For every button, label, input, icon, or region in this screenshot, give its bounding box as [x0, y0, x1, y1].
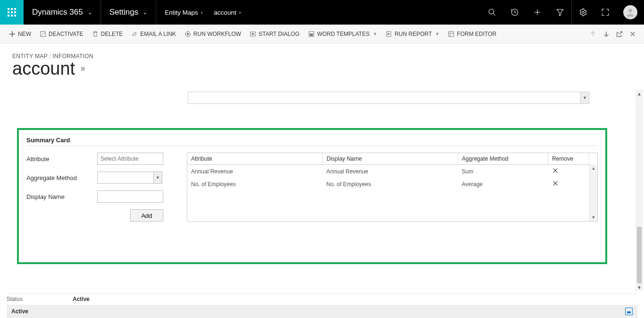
- scroll-down-icon[interactable]: ▼: [590, 214, 597, 221]
- svg-rect-0: [8, 8, 9, 10]
- cmd-run-workflow[interactable]: RUN WORKFLOW: [180, 25, 245, 43]
- close-icon[interactable]: [552, 180, 559, 187]
- svg-line-18: [42, 32, 45, 35]
- scroll-up-icon[interactable]: ▲: [636, 90, 643, 97]
- cmd-word-templates[interactable]: W WORD TEMPLATES ▼: [304, 25, 382, 43]
- svg-marker-14: [557, 9, 563, 16]
- table-row[interactable]: No. of EmployeesNo. of EmployeesAverage: [187, 178, 597, 190]
- svg-rect-31: [449, 31, 454, 36]
- cmd-label: NEW: [18, 31, 31, 37]
- chevron-right-icon: ›: [239, 9, 241, 15]
- advanced-find-button[interactable]: [549, 0, 571, 25]
- svg-rect-7: [11, 15, 13, 17]
- col-remove[interactable]: Remove: [548, 153, 589, 165]
- svg-marker-26: [252, 33, 254, 35]
- lookup-field[interactable]: ▼: [188, 92, 589, 104]
- record-nav-up[interactable]: [586, 27, 600, 41]
- global-nav: Dynamics 365 ⌄ Settings ⌄ Entity Maps › …: [0, 0, 644, 25]
- search-icon: [488, 8, 496, 17]
- title-text: account: [12, 59, 75, 79]
- brand-label: Dynamics 365: [32, 8, 83, 17]
- history-icon: [510, 8, 519, 17]
- form-body: ▼ Summary Card Attribute Aggregate Metho…: [0, 80, 644, 293]
- trash-icon: [92, 31, 99, 37]
- cmd-start-dialog[interactable]: START DIALOG: [245, 25, 304, 43]
- profile-button[interactable]: [623, 5, 637, 19]
- record-title: account ≡: [12, 59, 632, 79]
- nav-area[interactable]: Settings ⌄: [101, 0, 156, 25]
- cmd-label: FORM EDITOR: [457, 31, 496, 37]
- footer-bar: Active: [7, 305, 637, 318]
- cell-displayname: No. of Employees: [323, 178, 458, 190]
- svg-text:W: W: [309, 32, 313, 36]
- deactivate-icon: [40, 31, 46, 37]
- app-launcher-button[interactable]: [0, 0, 24, 25]
- cmd-run-report[interactable]: RUN REPORT ▼: [381, 25, 443, 43]
- close-icon[interactable]: [552, 167, 559, 174]
- dialog-icon: [250, 31, 256, 37]
- cell-aggregate: Average: [458, 178, 548, 190]
- nav-brand[interactable]: Dynamics 365 ⌄: [24, 0, 101, 25]
- summary-table-panel: Attribute Display Name Aggregate Method …: [187, 153, 598, 222]
- form-scrollbar[interactable]: ▲ ▼: [636, 90, 643, 291]
- close-button[interactable]: [626, 27, 639, 41]
- cmd-email-link[interactable]: EMAIL A LINK: [127, 25, 180, 43]
- cmd-label: WORD TEMPLATES: [317, 31, 370, 37]
- chevron-right-icon: ›: [201, 9, 203, 15]
- svg-line-36: [619, 31, 622, 34]
- attribute-input[interactable]: [97, 153, 163, 165]
- gear-icon: [579, 8, 587, 17]
- add-button[interactable]: Add: [130, 209, 163, 222]
- page-header: ENTITY MAP : INFORMATION account ≡: [0, 43, 644, 82]
- svg-rect-3: [8, 11, 9, 13]
- aggregate-method-select[interactable]: ▼: [97, 172, 162, 184]
- svg-rect-2: [14, 8, 16, 10]
- record-nav-down[interactable]: [600, 27, 613, 41]
- chevron-down-icon: ⌄: [88, 9, 92, 16]
- table-row[interactable]: Annual RevenueAnnual RevenueSum: [187, 165, 597, 178]
- display-name-input[interactable]: [97, 190, 163, 203]
- link-icon: [131, 31, 138, 37]
- svg-line-10: [493, 13, 495, 16]
- chevron-down-icon: ⌄: [143, 9, 147, 16]
- recent-button[interactable]: [503, 0, 526, 25]
- summary-table: Attribute Display Name Aggregate Method …: [187, 153, 597, 190]
- svg-point-15: [582, 11, 584, 14]
- save-button[interactable]: [625, 308, 633, 315]
- cmd-new[interactable]: NEW: [5, 25, 35, 43]
- col-displayname[interactable]: Display Name: [323, 153, 458, 165]
- entity-list-icon[interactable]: ≡: [81, 65, 85, 73]
- word-icon: W: [308, 31, 315, 37]
- settings-button[interactable]: [571, 0, 594, 25]
- scroll-down-icon[interactable]: ▼: [636, 284, 643, 291]
- form-icon: [448, 31, 454, 37]
- close-icon: [629, 31, 636, 37]
- col-aggregate[interactable]: Aggregate Method: [458, 153, 548, 165]
- svg-rect-5: [14, 11, 16, 13]
- quick-create-button[interactable]: [526, 0, 549, 25]
- scroll-up-icon[interactable]: ▲: [590, 164, 597, 172]
- cmd-delete[interactable]: DELETE: [88, 25, 127, 43]
- popout-button[interactable]: [613, 27, 626, 41]
- cmd-deactivate[interactable]: DEACTIVATE: [35, 25, 88, 43]
- table-scrollbar[interactable]: ▲ ▼: [589, 164, 597, 221]
- cmd-label: EMAIL A LINK: [140, 31, 176, 37]
- svg-rect-8: [14, 15, 16, 17]
- cmd-label: DELETE: [101, 31, 123, 37]
- fullscreen-button[interactable]: [594, 0, 617, 25]
- svg-rect-4: [11, 11, 13, 13]
- chevron-down-icon: ▼: [153, 172, 162, 183]
- breadcrumb-account[interactable]: account ›: [211, 0, 249, 25]
- cell-attribute: Annual Revenue: [187, 165, 323, 178]
- cmd-form-editor[interactable]: FORM EDITOR: [443, 25, 501, 43]
- cell-remove: [548, 165, 589, 178]
- summary-card-section: Summary Card Attribute Aggregate Method …: [17, 128, 607, 264]
- arrow-up-icon: [590, 31, 596, 37]
- chevron-down-icon: ▼: [435, 32, 440, 36]
- scroll-thumb[interactable]: [637, 227, 642, 284]
- breadcrumb-entitymaps[interactable]: Entity Maps ›: [156, 0, 211, 25]
- col-attribute[interactable]: Attribute: [187, 153, 323, 165]
- status-label: Status: [7, 296, 73, 302]
- display-name-label: Display Name: [26, 193, 97, 200]
- search-button[interactable]: [481, 0, 503, 25]
